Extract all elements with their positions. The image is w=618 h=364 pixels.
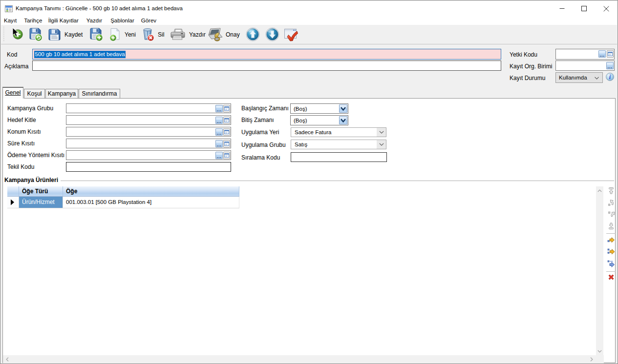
group-title: Kampanya Ürünleri <box>4 177 60 183</box>
bitis-zamani-combo[interactable]: (Boş) <box>290 115 348 125</box>
hedef-kitle-browse-button[interactable]: ... <box>215 117 223 124</box>
kod-input[interactable]: 500 gb 10 adet alıma 1 adet bedava <box>32 49 501 60</box>
apply-button[interactable] <box>283 25 298 44</box>
delete-button[interactable]: Sil <box>142 25 164 44</box>
horizontal-scrollbar[interactable] <box>3 355 604 363</box>
menu-gorev[interactable]: Görev <box>141 17 156 24</box>
tab-sinirlandirma[interactable]: Sınırlandırma <box>79 89 120 99</box>
scroll-up-button[interactable] <box>596 186 603 195</box>
kampanya-grubu-browse-button[interactable]: ... <box>215 105 223 112</box>
redo-arrow-icon <box>607 210 615 218</box>
sure-kisiti-window-button[interactable] <box>223 140 230 147</box>
save-button[interactable]: Kaydet <box>48 25 83 44</box>
hedef-kitle-window-button[interactable] <box>223 117 230 124</box>
tab-label: Koşul <box>27 90 42 97</box>
window-title: Kampanya Tanımı : Güncelle - 500 gb 10 a… <box>16 1 183 16</box>
grid-header-indicator <box>7 186 19 196</box>
tekil-kodu-input[interactable] <box>66 162 231 172</box>
import-bottom-button[interactable] <box>607 222 615 230</box>
grid-header-oge-turu[interactable]: Öğe Türü <box>19 186 63 196</box>
aciklama-input[interactable] <box>32 61 501 71</box>
close-button[interactable] <box>595 1 617 16</box>
toolbar-gripper[interactable] <box>3 27 4 41</box>
bitis-zamani-value: (Boş) <box>294 116 307 125</box>
konum-kisiti-browse-button[interactable]: ... <box>215 128 223 136</box>
export-top-button[interactable] <box>607 187 615 195</box>
odeme-yontemi-kisiti-input[interactable]: ... <box>66 150 231 160</box>
uygulama-grubu-dropdown-button[interactable] <box>377 140 386 149</box>
uygulama-grubu-combo[interactable]: Satış <box>291 140 386 149</box>
odeme-yontemi-kisiti-browse-button[interactable]: ... <box>215 152 223 159</box>
menu-ilgili-kayitlar[interactable]: İlgili Kayıtlar <box>48 17 79 24</box>
kayit-org-birimi-browse-button[interactable]: ... <box>606 62 614 69</box>
row-indicator-cell <box>7 197 19 208</box>
hedef-kitle-input[interactable]: ... <box>66 115 231 125</box>
move-up-button[interactable] <box>246 25 260 44</box>
sure-kisiti-browse-button[interactable]: ... <box>215 140 223 147</box>
uygulama-yeri-combo[interactable]: Sadece Fatura <box>291 127 386 137</box>
uygulama-grubu-value: Satış <box>295 140 307 149</box>
grid-cell-oge[interactable]: 001.003.01 [500 GB Playstation 4] <box>63 197 239 208</box>
sure-kisiti-input[interactable]: ... <box>66 139 231 148</box>
insert-rows-button[interactable] <box>607 248 615 256</box>
uygulama-yeri-dropdown-button[interactable] <box>377 128 386 137</box>
yetki-kodu-input[interactable]: ... <box>555 49 615 60</box>
grid-header-row: Öğe Türü Öğe <box>7 186 239 197</box>
tab-label: Sınırlandırma <box>82 90 117 97</box>
kampanya-grubu-input[interactable]: ... <box>66 103 231 113</box>
grid-cell-oge-turu[interactable]: Ürün/Hizmet <box>19 197 63 208</box>
kayit-org-birimi-input[interactable]: ... <box>555 61 615 71</box>
undo-button[interactable] <box>607 199 615 206</box>
baslangic-zamani-value: (Boş) <box>294 104 307 113</box>
insert-row-button[interactable] <box>607 236 615 244</box>
grid-header-oge[interactable]: Öğe <box>63 186 239 196</box>
menu-tarihce[interactable]: Tarihçe <box>24 17 42 24</box>
copy-rows-button[interactable] <box>607 260 615 267</box>
yetki-kodu-browse-button[interactable]: ... <box>598 50 606 58</box>
chevron-left-icon <box>6 357 9 362</box>
baslangic-zamani-dropdown-button[interactable] <box>339 104 347 113</box>
menu-kayit[interactable]: Kayıt <box>4 17 17 24</box>
info-icon[interactable]: i <box>606 73 614 81</box>
current-row-arrow-icon <box>10 199 15 205</box>
tekil-kodu-label: Tekil Kodu <box>7 163 34 170</box>
kayit-durumu-combo[interactable]: Kullanımda <box>555 72 603 83</box>
tab-kampanya[interactable]: Kampanya <box>45 89 78 99</box>
yetki-kodu-window-button[interactable] <box>607 50 614 58</box>
save-refresh-button[interactable] <box>29 25 43 44</box>
kampanya-grubu-window-button[interactable] <box>223 105 230 112</box>
tab-genel[interactable]: Genel <box>2 87 23 99</box>
minimize-button[interactable] <box>551 1 573 16</box>
mini-window-icon <box>608 52 613 56</box>
konum-kisiti-window-button[interactable] <box>223 128 230 136</box>
down-icon <box>265 27 279 41</box>
maximize-button[interactable] <box>573 1 595 16</box>
uygulama-yeri-value: Sadece Fatura <box>295 128 331 137</box>
chevron-right-icon <box>590 357 593 362</box>
aciklama-label: Açıklama <box>4 63 28 70</box>
baslangic-zamani-combo[interactable]: (Boş) <box>290 103 348 114</box>
kayit-durumu-label: Kayıt Durumu <box>510 75 545 81</box>
approve-button[interactable]: Onay <box>208 25 240 44</box>
new-button[interactable]: Yeni <box>109 25 136 44</box>
save-new-icon <box>89 27 103 41</box>
odeme-yontemi-kisiti-window-button[interactable] <box>223 152 230 159</box>
tab-kosul[interactable]: Koşul <box>24 89 45 99</box>
menu-sablonlar[interactable]: Şablonlar <box>110 17 134 24</box>
bitis-zamani-dropdown-button[interactable] <box>339 116 347 124</box>
move-first-icon <box>607 187 615 195</box>
delete-row-button[interactable] <box>607 273 615 281</box>
tab-label: Kampanya <box>48 90 76 97</box>
scroll-right-button[interactable] <box>587 355 596 363</box>
scroll-down-button[interactable] <box>596 347 603 355</box>
menu-yazdir[interactable]: Yazdır <box>86 17 102 24</box>
redo-button[interactable] <box>607 210 615 218</box>
move-down-button[interactable] <box>265 25 279 44</box>
vertical-scrollbar[interactable] <box>596 186 603 355</box>
siralama-kodu-input[interactable] <box>291 152 387 162</box>
save-new-button[interactable] <box>89 25 103 44</box>
print-button[interactable]: Yazdır <box>170 25 206 44</box>
grid-data-row[interactable]: Ürün/Hizmet 001.003.01 [500 GB Playstati… <box>7 197 239 208</box>
scroll-left-button[interactable] <box>3 355 11 363</box>
konum-kisiti-input[interactable]: ... <box>66 127 231 137</box>
